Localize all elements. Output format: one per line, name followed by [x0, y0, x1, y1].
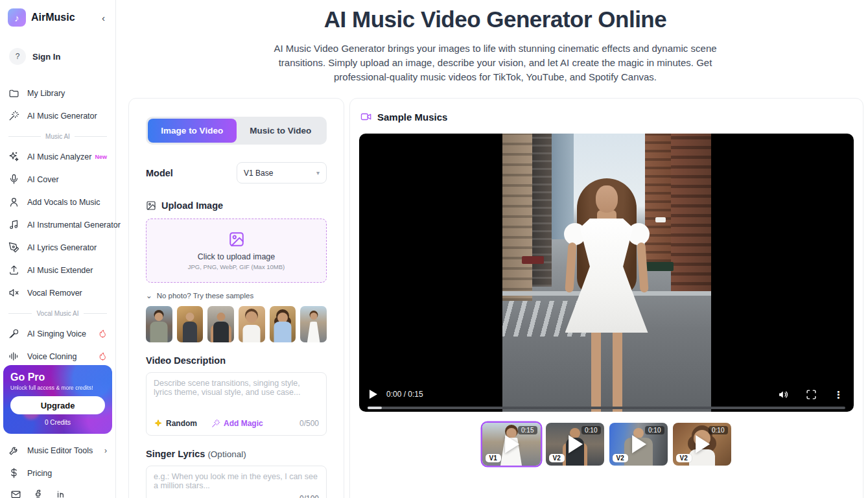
- logo: ♪ AirMusic ‹: [0, 6, 115, 29]
- generator-panel: Image to Video Music to Video Model V1 B…: [128, 98, 344, 498]
- figure: [310, 313, 317, 320]
- play-icon: [569, 435, 583, 453]
- section-label-music-ai: Music AI: [0, 127, 115, 145]
- time-display: 0:00 / 0:15: [386, 390, 423, 399]
- random-label: Random: [166, 419, 197, 428]
- sidebar-item-voice-cloning[interactable]: Voice Cloning: [0, 345, 115, 368]
- sidebar-item-label: Add Vocals to Music: [27, 198, 100, 207]
- version-badge: V1: [486, 454, 501, 462]
- model-label: Model: [146, 168, 173, 178]
- tab-image-to-video[interactable]: Image to Video: [148, 119, 237, 143]
- sample-image-man-tank[interactable]: [207, 306, 234, 342]
- duration-badge: 0:10: [709, 426, 727, 434]
- mode-tabs: Image to Video Music to Video: [146, 117, 327, 145]
- go-pro-card: Go Pro Unlock full access & more credits…: [3, 365, 112, 434]
- sidebar-nav: My Library AI Music Generator Music AI A…: [0, 82, 115, 368]
- street-sign: [655, 217, 666, 222]
- video-description-box: Random Add Magic 0/500: [146, 372, 327, 436]
- sample-image-woman-smiling[interactable]: [239, 306, 265, 342]
- video-player[interactable]: 0:00 / 0:15 ⋮: [359, 134, 854, 412]
- figure-body: [307, 322, 320, 342]
- singer-lyrics-input[interactable]: [154, 472, 319, 494]
- sidebar-item-music-editor-tools[interactable]: Music Editor Tools ›: [0, 439, 115, 462]
- social-links: [0, 484, 115, 498]
- samples-toggle[interactable]: ⌄ No photo? Try these samples: [146, 291, 327, 300]
- version-badge: V2: [676, 454, 692, 462]
- upload-dropzone[interactable]: Click to upload image JPG, PNG, WebP, GI…: [146, 219, 327, 283]
- new-badge: New: [95, 154, 107, 160]
- sidebar-item-my-library[interactable]: My Library: [0, 82, 115, 104]
- magic-wand-icon: [211, 419, 220, 428]
- speaker-mute-icon: [8, 287, 19, 298]
- sample-image-man-curly[interactable]: [146, 306, 172, 342]
- volume-icon[interactable]: [778, 389, 789, 400]
- sample-images-row: [146, 306, 327, 342]
- fullscreen-icon[interactable]: [806, 389, 817, 400]
- progress-bar[interactable]: [368, 407, 845, 409]
- page-description: AI Music Video Generator brings your ima…: [259, 42, 732, 84]
- sidebar-item-ai-instrumental-generator[interactable]: AI Instrumental Generator: [0, 213, 115, 236]
- add-magic-button[interactable]: Add Magic: [211, 419, 263, 428]
- sign-in-label: Sign In: [32, 52, 60, 62]
- go-pro-subtitle: Unlock full access & more credits!: [10, 385, 105, 391]
- figure: [186, 313, 194, 321]
- video-thumbnail-3[interactable]: 0:10 V2: [609, 423, 668, 466]
- video-thumbnail-1[interactable]: 0:15 V1: [482, 423, 541, 466]
- video-thumbnail-2[interactable]: 0:10 V2: [546, 423, 604, 466]
- chevron-right-icon: ›: [104, 446, 107, 455]
- sample-image-woman-white-dress[interactable]: [300, 306, 327, 342]
- player-controls-right: ⋮: [778, 389, 843, 400]
- app-root: ♪ AirMusic ‹ ? Sign In My Library AI Mus…: [0, 0, 868, 498]
- video-thumbnail-4[interactable]: 0:10 V2: [673, 423, 731, 466]
- sidebar-item-ai-lyrics-generator[interactable]: AI Lyrics Generator: [0, 236, 115, 259]
- page-title: AI Music Video Generator Online: [128, 6, 862, 32]
- sidebar-item-add-vocals[interactable]: Add Vocals to Music: [0, 191, 115, 213]
- figure: [246, 311, 257, 323]
- play-icon: [632, 435, 646, 453]
- sidebar-item-ai-music-generator[interactable]: AI Music Generator: [0, 104, 115, 127]
- sidebar-item-vocal-remover[interactable]: Vocal Remover: [0, 281, 115, 304]
- tab-music-to-video[interactable]: Music to Video: [237, 119, 325, 143]
- sidebar-item-label: AI Music Generator: [27, 112, 97, 121]
- figure: [217, 313, 225, 321]
- sidebar-item-label: AI Music Analyzer: [27, 152, 91, 161]
- sidebar-item-ai-singing-voice[interactable]: AI Singing Voice: [0, 322, 115, 345]
- sidebar-item-label: Pricing: [27, 469, 52, 478]
- pen-nib-icon: [8, 242, 19, 253]
- model-select[interactable]: V1 Base ▾: [237, 162, 327, 184]
- video-description-input[interactable]: [154, 379, 319, 412]
- facebook-icon[interactable]: [33, 489, 44, 498]
- singer-lyrics-label: Singer Lyrics (Optional): [146, 449, 327, 459]
- lyrics-char-counter: 0/100: [154, 494, 319, 498]
- more-options-icon[interactable]: ⋮: [834, 390, 843, 399]
- player-controls: 0:00 / 0:15 ⋮: [359, 386, 854, 403]
- video-preview-scene: [502, 134, 711, 412]
- sidebar-item-label: AI Singing Voice: [27, 329, 86, 338]
- version-badge: V2: [549, 454, 565, 462]
- awning-left: [522, 256, 544, 264]
- sidebar-item-label: AI Lyrics Generator: [27, 243, 97, 252]
- sample-image-man-suit[interactable]: [177, 306, 204, 342]
- upload-icon: [8, 265, 19, 276]
- duration-badge: 0:10: [645, 426, 664, 434]
- sign-in-button[interactable]: ? Sign In: [0, 45, 115, 67]
- sidebar-item-ai-music-extender[interactable]: AI Music Extender: [0, 259, 115, 281]
- play-button[interactable]: [369, 390, 377, 399]
- singer-lyrics-box: 0/100: [146, 466, 327, 498]
- folder-icon: [8, 88, 19, 99]
- woman-arm-left: [565, 242, 576, 292]
- linkedin-icon[interactable]: [56, 489, 67, 498]
- upgrade-button[interactable]: Upgrade: [10, 396, 105, 414]
- random-button[interactable]: Random: [154, 419, 197, 428]
- panels: Image to Video Music to Video Model V1 B…: [128, 98, 862, 498]
- collapse-sidebar-icon[interactable]: ‹: [99, 12, 108, 23]
- sample-musics-header: Sample Musics: [359, 108, 854, 123]
- sidebar-item-ai-cover[interactable]: AI Cover: [0, 168, 115, 191]
- sample-image-woman-blue-top[interactable]: [270, 306, 296, 342]
- lyrics-optional-text: (Optional): [207, 449, 246, 459]
- main-content: AI Music Video Generator Online AI Music…: [116, 0, 868, 498]
- sidebar-item-pricing[interactable]: Pricing: [0, 462, 115, 484]
- email-icon[interactable]: [10, 489, 21, 498]
- sidebar-item-ai-music-analyzer[interactable]: AI Music Analyzer New: [0, 145, 115, 168]
- figure: [155, 313, 163, 321]
